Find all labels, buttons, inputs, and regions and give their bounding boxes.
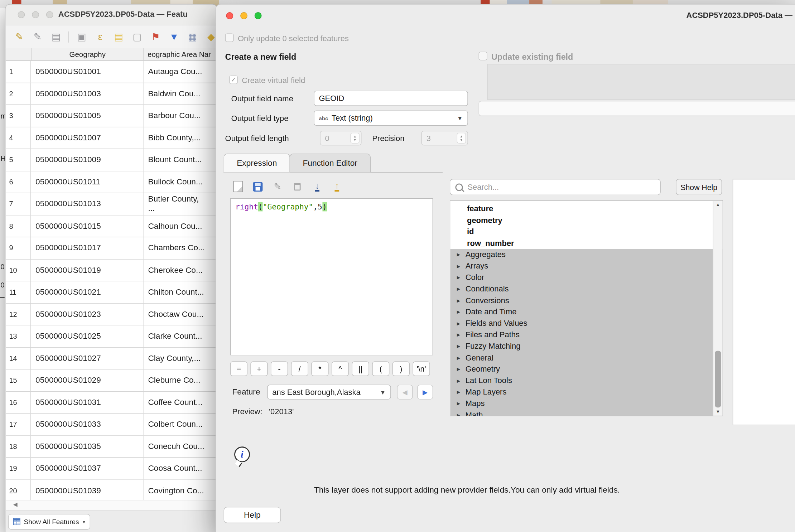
close-window-button[interactable] xyxy=(18,11,25,18)
show-help-button[interactable]: Show Help xyxy=(676,179,722,195)
horizontal-scrollbar[interactable]: ◀ xyxy=(6,500,217,511)
expand-icon[interactable]: ▶ xyxy=(457,275,462,280)
column-header-geography[interactable]: Geography xyxy=(31,48,144,61)
expand-icon[interactable]: ▶ xyxy=(457,378,462,383)
function-item[interactable]: geometry xyxy=(450,215,722,226)
table-row[interactable]: 20500000US01003Baldwin Cou... xyxy=(6,83,217,105)
delete-expression-icon[interactable] xyxy=(289,179,305,194)
table-row[interactable]: 40500000US01007Bibb County,... xyxy=(6,127,217,149)
cell-geography[interactable]: 0500000US01009 xyxy=(31,149,144,170)
edit-expression-icon[interactable]: ✎ xyxy=(270,179,285,194)
cell-geography[interactable]: 0500000US01015 xyxy=(31,215,144,237)
function-item[interactable]: id xyxy=(450,226,722,237)
operator-button[interactable]: ^ xyxy=(332,361,349,376)
feature-dropdown[interactable]: ans East Borough,Alaska ▼ xyxy=(267,385,391,400)
cell-geography[interactable]: 0500000US01037 xyxy=(31,458,144,479)
save-expression-icon[interactable] xyxy=(250,179,266,194)
tab-function-editor[interactable]: Function Editor xyxy=(290,154,371,172)
scrollbar-thumb[interactable] xyxy=(715,351,721,408)
table-row[interactable]: 150500000US01029Cleburne Co... xyxy=(6,369,217,392)
cell-geographic-area-name[interactable]: Coffee Count... xyxy=(144,392,217,413)
minimize-window-button[interactable] xyxy=(240,12,247,19)
row-number[interactable]: 10 xyxy=(6,259,31,281)
function-item[interactable]: row_number xyxy=(450,237,722,249)
function-group[interactable]: ▶Date and Time xyxy=(450,306,722,318)
cell-geographic-area-name[interactable]: Butler County, ... xyxy=(144,193,217,214)
output-field-name-input[interactable]: GEOID xyxy=(314,91,468,106)
expand-icon[interactable]: ▶ xyxy=(457,332,462,337)
stepper-icon[interactable]: ▲▼ xyxy=(457,133,466,144)
import-expression-icon[interactable]: ↓ xyxy=(309,179,325,194)
cell-geography[interactable]: 0500000US01033 xyxy=(31,413,144,435)
tab-expression[interactable]: Expression xyxy=(223,154,290,172)
function-search-input[interactable]: Search... xyxy=(450,179,661,195)
function-group[interactable]: ▶General xyxy=(450,352,722,363)
operator-button[interactable]: ) xyxy=(392,361,410,376)
cell-geography[interactable]: 0500000US01013 xyxy=(31,193,144,214)
expand-icon[interactable]: ▶ xyxy=(457,298,462,303)
row-number[interactable]: 4 xyxy=(6,127,31,149)
stepper-icon[interactable]: ▲▼ xyxy=(350,133,359,144)
create-virtual-field-checkbox[interactable] xyxy=(229,76,238,84)
table-row[interactable]: 160500000US01031Coffee Count... xyxy=(6,392,217,414)
expression-editor[interactable]: right("Geography",5) xyxy=(230,198,433,356)
cell-geography[interactable]: 0500000US01021 xyxy=(31,281,144,303)
function-list-scrollbar[interactable]: ▲ ▼ xyxy=(713,201,723,416)
operator-button[interactable]: - xyxy=(271,361,288,376)
previous-feature-button[interactable]: ◀ xyxy=(397,385,413,400)
row-number[interactable]: 11 xyxy=(6,281,31,303)
function-group[interactable]: ▶Aggregates xyxy=(450,249,722,260)
expand-icon[interactable]: ▶ xyxy=(457,344,462,349)
operator-button[interactable]: / xyxy=(291,361,308,376)
update-existing-field-checkbox[interactable] xyxy=(479,52,487,60)
expand-icon[interactable]: ▶ xyxy=(457,401,462,406)
copy-features-icon[interactable]: ▣ xyxy=(76,31,87,43)
table-row[interactable]: 180500000US01035Conecuh Cou... xyxy=(6,436,217,458)
table-row[interactable]: 200500000US01039Covington Co... xyxy=(6,480,217,500)
function-group[interactable]: ▶Fields and Values xyxy=(450,318,722,329)
expand-icon[interactable]: ▶ xyxy=(457,321,462,326)
function-group[interactable]: ▶Arrays xyxy=(450,260,722,272)
cell-geographic-area-name[interactable]: Autauga Cou... xyxy=(144,61,217,82)
operator-button[interactable]: * xyxy=(311,361,328,376)
table-row[interactable]: 170500000US01033Colbert Coun... xyxy=(6,413,217,436)
zoom-to-selection-icon[interactable]: ▦ xyxy=(187,31,198,43)
table-row[interactable]: 100500000US01019Cherokee Co... xyxy=(6,259,217,281)
cell-geographic-area-name[interactable]: Conecuh Cou... xyxy=(144,436,217,457)
expand-icon[interactable]: ▶ xyxy=(457,412,462,416)
row-number[interactable]: 2 xyxy=(6,83,31,104)
table-row[interactable]: 140500000US01027Clay County,... xyxy=(6,348,217,370)
cell-geographic-area-name[interactable]: Colbert Coun... xyxy=(144,413,217,435)
function-group[interactable]: ▶Lat Lon Tools xyxy=(450,375,722,386)
operator-button[interactable]: ( xyxy=(372,361,389,376)
cell-geography[interactable]: 0500000US01011 xyxy=(31,171,144,193)
cell-geography[interactable]: 0500000US01031 xyxy=(31,392,144,413)
expand-icon[interactable]: ▶ xyxy=(457,263,462,269)
cell-geographic-area-name[interactable]: Baldwin Cou... xyxy=(144,83,217,104)
flag-icon[interactable]: ⚑ xyxy=(150,31,162,43)
cell-geography[interactable]: 0500000US01003 xyxy=(31,83,144,104)
cell-geography[interactable]: 0500000US01007 xyxy=(31,127,144,149)
row-number[interactable]: 14 xyxy=(6,348,31,369)
operator-button[interactable]: + xyxy=(250,361,268,376)
expand-icon[interactable]: ▶ xyxy=(457,252,462,257)
row-number[interactable]: 18 xyxy=(6,436,31,457)
zoom-window-button[interactable] xyxy=(255,12,262,19)
only-update-selected-checkbox[interactable] xyxy=(225,33,234,42)
cell-geographic-area-name[interactable]: Covington Co... xyxy=(144,480,217,500)
cell-geographic-area-name[interactable]: Clay County,... xyxy=(144,348,217,369)
cell-geographic-area-name[interactable]: Coosa Count... xyxy=(144,458,217,479)
cell-geographic-area-name[interactable]: Chilton Count... xyxy=(144,281,217,303)
cell-geographic-area-name[interactable]: Bibb County,... xyxy=(144,127,217,149)
cell-geographic-area-name[interactable]: Cherokee Co... xyxy=(144,259,217,281)
precision-spinbox[interactable]: 3 ▲▼ xyxy=(421,131,468,145)
row-number[interactable]: 16 xyxy=(6,392,31,413)
table-row[interactable]: 50500000US01009Blount Count... xyxy=(6,149,217,171)
row-number[interactable]: 8 xyxy=(6,215,31,237)
expand-icon[interactable]: ▶ xyxy=(457,355,462,360)
cell-geography[interactable]: 0500000US01019 xyxy=(31,259,144,281)
table-row[interactable]: 90500000US01017Chambers Co... xyxy=(6,237,217,260)
output-field-type-dropdown[interactable]: abc Text (string) ▼ xyxy=(314,111,468,126)
scroll-down-icon[interactable]: ▼ xyxy=(713,409,722,414)
function-group[interactable]: ▶Fuzzy Matching xyxy=(450,340,722,352)
